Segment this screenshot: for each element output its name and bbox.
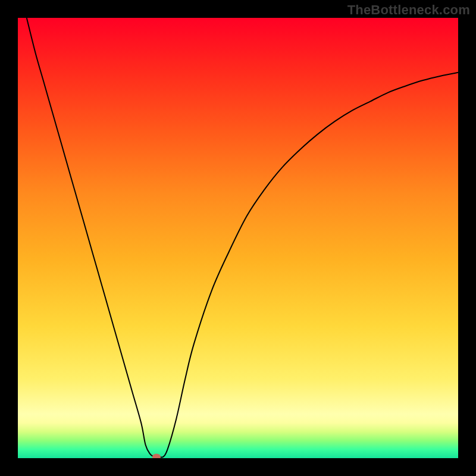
optimum-marker	[152, 453, 161, 458]
chart-frame: TheBottleneck.com	[0, 0, 476, 476]
plot-area	[18, 18, 458, 458]
curve-path	[27, 18, 458, 458]
watermark-text: TheBottleneck.com	[347, 2, 470, 18]
bottleneck-curve	[18, 18, 458, 458]
